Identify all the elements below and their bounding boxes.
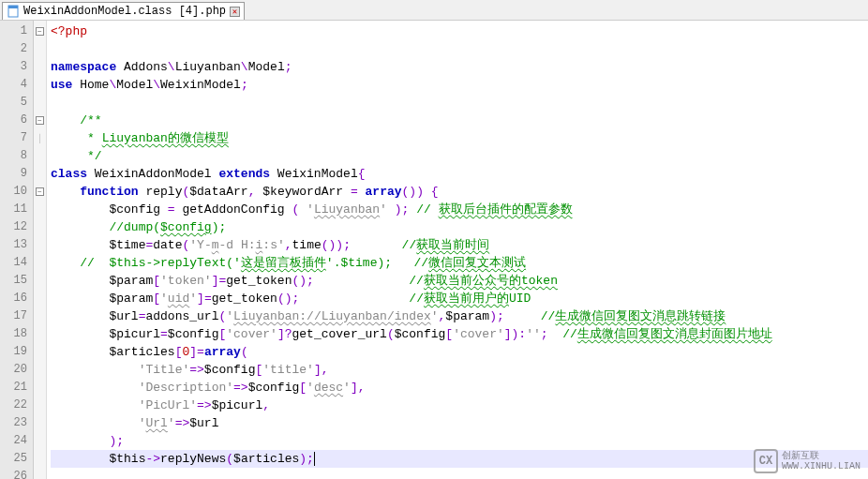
fold-marker[interactable] (34, 236, 46, 254)
line-number: 11 (0, 201, 27, 218)
code-line[interactable] (51, 94, 868, 112)
code-line[interactable]: * Liuyanban的微信模型 (51, 129, 868, 147)
line-number: 16 (0, 290, 27, 307)
line-number: 14 (0, 254, 27, 272)
file-tab[interactable]: WeixinAddonModel.class [4].php ✕ (2, 2, 245, 20)
code-line[interactable]: $this->replyNews($articles); (51, 450, 868, 468)
line-number: 9 (0, 165, 27, 183)
code-line[interactable]: $picurl=$config['cover']?get_cover_url($… (51, 325, 868, 343)
line-number: 10 (0, 183, 27, 201)
code-line[interactable]: 'Title'=>$config['title'], (51, 361, 868, 379)
fold-marker[interactable] (34, 379, 46, 397)
line-number: 21 (0, 379, 27, 397)
fold-column: −−│− (34, 21, 47, 479)
code-line[interactable]: //dump($config); (51, 218, 868, 236)
line-number: 22 (0, 397, 27, 414)
watermark-text-1: 创新互联 (782, 451, 861, 461)
fold-marker[interactable] (34, 307, 46, 325)
fold-marker[interactable] (34, 432, 46, 450)
fold-marker[interactable] (34, 218, 46, 236)
watermark-text-2: WWW.XINHU.LIAN (782, 461, 861, 472)
code-line[interactable]: $time=date('Y-m-d H:i:s',time()); //获取当前… (51, 236, 868, 254)
code-line[interactable]: */ (51, 147, 868, 165)
line-number: 23 (0, 414, 27, 432)
fold-marker[interactable]: − (34, 112, 46, 129)
watermark: CX 创新互联 WWW.XINHU.LIAN (754, 449, 861, 473)
fold-marker[interactable] (34, 76, 46, 94)
fold-marker[interactable] (34, 343, 46, 361)
code-line[interactable]: $url=addons_url('Liuyanban://Liuyanban/i… (51, 307, 868, 325)
line-number: 6 (0, 112, 27, 129)
code-line[interactable]: <?php (51, 22, 868, 40)
code-line[interactable]: $articles[0]=array( (51, 343, 868, 361)
svg-rect-1 (8, 6, 18, 8)
line-number: 26 (0, 468, 27, 479)
line-number-gutter: 1234567891011121314151617181920212223242… (0, 21, 34, 479)
line-number: 15 (0, 272, 27, 290)
code-line[interactable]: 'Url'=>$url (51, 414, 868, 432)
fold-marker[interactable] (34, 40, 46, 58)
fold-marker[interactable] (34, 165, 46, 183)
code-line[interactable]: function reply($dataArr, $keywordArr = a… (51, 183, 868, 201)
fold-marker[interactable] (34, 254, 46, 272)
line-number: 24 (0, 432, 27, 450)
line-number: 2 (0, 40, 27, 58)
fold-marker[interactable] (34, 147, 46, 165)
fold-marker[interactable] (34, 58, 46, 76)
line-number: 1 (0, 22, 27, 40)
fold-marker[interactable] (34, 272, 46, 290)
code-line[interactable]: $param['uid']=get_token(); //获取当前用户的UID (51, 290, 868, 307)
code-line[interactable]: use Home\Model\WeixinModel; (51, 76, 868, 94)
code-line[interactable] (51, 40, 868, 58)
tab-filename: WeixinAddonModel.class [4].php (23, 5, 226, 18)
line-number: 17 (0, 307, 27, 325)
code-line[interactable]: $config = getAddonConfig ( 'Liuyanban' )… (51, 201, 868, 218)
fold-marker[interactable]: − (34, 22, 46, 40)
fold-marker[interactable] (34, 290, 46, 307)
fold-marker[interactable] (34, 468, 46, 479)
line-number: 7 (0, 129, 27, 147)
line-number: 18 (0, 325, 27, 343)
line-number: 3 (0, 58, 27, 76)
file-icon (7, 5, 20, 18)
fold-marker[interactable] (34, 94, 46, 112)
code-line[interactable]: namespace Addons\Liuyanban\Model; (51, 58, 868, 76)
line-number: 13 (0, 236, 27, 254)
code-line[interactable]: /** (51, 112, 868, 129)
fold-marker[interactable]: − (34, 183, 46, 201)
tab-bar: WeixinAddonModel.class [4].php ✕ (0, 0, 868, 21)
line-number: 4 (0, 76, 27, 94)
line-number: 12 (0, 218, 27, 236)
line-number: 5 (0, 94, 27, 112)
code-line[interactable]: 'PicUrl'=>$picurl, (51, 397, 868, 414)
code-line[interactable]: ); (51, 432, 868, 450)
tab-close-icon[interactable]: ✕ (230, 7, 240, 17)
code-line[interactable]: // $this->replyText('这是留言板插件'.$time); //… (51, 254, 868, 272)
fold-marker[interactable] (34, 450, 46, 468)
code-line[interactable] (51, 468, 868, 479)
line-number: 8 (0, 147, 27, 165)
code-line[interactable]: class WeixinAddonModel extends WeixinMod… (51, 165, 868, 183)
fold-marker[interactable] (34, 325, 46, 343)
line-number: 20 (0, 361, 27, 379)
fold-marker[interactable]: │ (34, 129, 46, 147)
fold-marker[interactable] (34, 414, 46, 432)
fold-marker[interactable] (34, 201, 46, 218)
watermark-logo-icon: CX (754, 449, 778, 473)
code-line[interactable]: $param['token']=get_token(); //获取当前公众号的t… (51, 272, 868, 290)
line-number: 19 (0, 343, 27, 361)
code-line[interactable]: 'Description'=>$config['desc'], (51, 379, 868, 397)
line-number: 25 (0, 450, 27, 468)
fold-marker[interactable] (34, 397, 46, 414)
fold-marker[interactable] (34, 361, 46, 379)
code-area[interactable]: <?phpnamespace Addons\Liuyanban\Model;us… (47, 21, 868, 479)
code-editor[interactable]: 1234567891011121314151617181920212223242… (0, 21, 868, 479)
